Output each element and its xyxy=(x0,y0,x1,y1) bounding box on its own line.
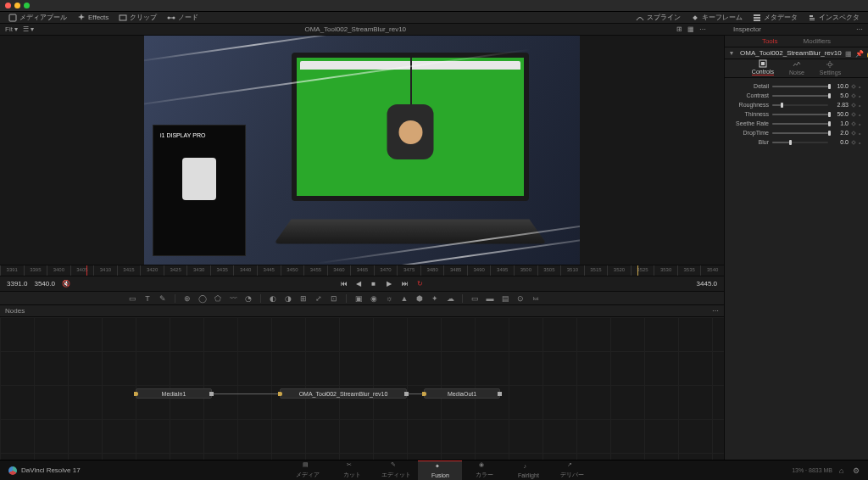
reset-icon[interactable]: • xyxy=(859,131,863,135)
fit-dropdown[interactable]: Fit ▾ xyxy=(5,25,18,33)
chevron-down-icon[interactable]: ▾ xyxy=(730,49,733,57)
page-edit[interactable]: ✎エディット xyxy=(374,460,418,480)
in-frame[interactable]: 3391.0 xyxy=(7,280,27,287)
node-input-port[interactable] xyxy=(134,392,138,396)
tab-tools[interactable]: Tools xyxy=(762,37,778,45)
param-slider[interactable] xyxy=(772,86,828,87)
keyframe-icon[interactable] xyxy=(851,84,856,89)
param-slider[interactable] xyxy=(772,104,828,106)
node-n2[interactable]: OMA_Tool002_StreamBlur_rev10 xyxy=(280,388,407,399)
node-wire[interactable] xyxy=(212,393,280,394)
page-color[interactable]: ◉カラー xyxy=(462,460,506,480)
transform-tool-icon[interactable]: ⤢ xyxy=(314,293,324,304)
playhead[interactable] xyxy=(86,265,87,276)
step-back-button[interactable]: ◀ xyxy=(356,280,364,288)
param-slider[interactable] xyxy=(772,95,828,97)
viewer-a-icon[interactable]: ⊞ xyxy=(676,25,682,33)
page-fairlight[interactable]: ♪Fairlight xyxy=(506,460,550,480)
node-pin-icon[interactable]: 📌 xyxy=(855,50,862,57)
wireless-tool-icon[interactable]: ⊙ xyxy=(515,293,526,304)
last-frame-button[interactable]: ⏭ xyxy=(402,280,410,288)
clips-toggle[interactable]: クリップ xyxy=(114,12,162,23)
keyframe-icon[interactable] xyxy=(851,93,856,98)
inspector-node-row[interactable]: ▾ OMA_Tool002_StreamBlur_rev10 ▦ 📌 🔒 xyxy=(725,47,868,59)
close-window-icon[interactable] xyxy=(5,3,11,8)
keyframe-icon[interactable] xyxy=(851,131,856,136)
audio-icon[interactable]: 🔇 xyxy=(62,280,70,287)
page-cut[interactable]: ✂カット xyxy=(330,460,374,480)
node-view-icon[interactable]: ▦ xyxy=(845,50,852,57)
tab-noise[interactable]: Noise xyxy=(789,60,804,75)
node-input-port[interactable] xyxy=(422,392,426,396)
camera-tool-icon[interactable]: ◉ xyxy=(369,293,379,304)
node-input-port[interactable] xyxy=(278,392,282,396)
viewer-options-icon[interactable]: ☰ ▾ xyxy=(23,25,34,33)
reset-icon[interactable]: • xyxy=(859,84,863,88)
particle-tool-icon[interactable]: ✦ xyxy=(430,293,440,304)
paint-tool-icon[interactable]: ✎ xyxy=(158,293,168,304)
text-tool-icon[interactable]: T xyxy=(142,293,153,304)
lut-tool-icon[interactable]: lut xyxy=(531,293,541,304)
inspector-more-icon[interactable]: ⋯ xyxy=(856,25,863,33)
loop-button[interactable]: ↻ xyxy=(417,280,426,288)
home-icon[interactable]: ⌂ xyxy=(839,466,848,475)
current-frame[interactable]: 3540.0 xyxy=(34,280,54,287)
polygon-tool-icon[interactable]: ⬠ xyxy=(213,293,223,304)
inspector-toggle[interactable]: インスペクタ xyxy=(803,12,865,23)
nodes-toggle[interactable]: ノード xyxy=(162,12,203,23)
param-value[interactable]: 5.0 xyxy=(832,92,849,98)
out-frame[interactable]: 3445.0 xyxy=(697,280,717,287)
spline-toggle[interactable]: スプライン xyxy=(631,12,686,23)
stop-button[interactable]: ■ xyxy=(371,280,380,288)
param-slider[interactable] xyxy=(772,132,828,134)
nodes-options-icon[interactable]: ⋯ xyxy=(712,307,719,315)
param-value[interactable]: 10.0 xyxy=(832,83,849,89)
node-wire[interactable] xyxy=(407,393,424,394)
viewer[interactable]: i1 DISPLAY PRO xyxy=(0,36,724,265)
saver-tool-icon[interactable]: ▬ xyxy=(485,293,495,304)
zoom-window-icon[interactable] xyxy=(24,3,30,8)
param-value[interactable]: 1.0 xyxy=(832,120,849,126)
param-slider[interactable] xyxy=(772,142,828,143)
node-output-port[interactable] xyxy=(404,392,409,396)
keyframe-icon[interactable] xyxy=(851,112,856,117)
background-tool-icon[interactable]: ▭ xyxy=(127,293,137,304)
keyframe-icon[interactable] xyxy=(851,140,856,145)
keyframe-icon[interactable] xyxy=(851,121,856,126)
tab-modifiers[interactable]: Modifiers xyxy=(804,37,831,45)
media-pool-toggle[interactable]: メディアプール xyxy=(3,12,72,23)
keyframes-toggle[interactable]: キーフレーム xyxy=(686,12,748,23)
node-n3[interactable]: MediaOut1 xyxy=(424,388,500,399)
reset-icon[interactable]: • xyxy=(859,103,863,107)
merge-tool-icon[interactable]: ⊞ xyxy=(298,293,309,304)
loader-tool-icon[interactable]: ▭ xyxy=(470,293,480,304)
viewer-more-icon[interactable]: ⋯ xyxy=(699,25,706,33)
param-value[interactable]: 2.0 xyxy=(832,130,849,136)
out-point[interactable] xyxy=(637,265,638,276)
page-deliver[interactable]: ↗デリバー xyxy=(550,460,594,480)
reset-icon[interactable]: • xyxy=(859,93,863,98)
reset-icon[interactable]: • xyxy=(859,112,863,116)
light-tool-icon[interactable]: ☼ xyxy=(384,293,394,304)
param-slider[interactable] xyxy=(772,123,828,125)
bspline-tool-icon[interactable]: 〰 xyxy=(228,293,238,304)
play-button[interactable]: ▶ xyxy=(387,280,395,288)
node-graph[interactable]: MediaIn1OMA_Tool002_StreamBlur_rev10Medi… xyxy=(0,317,724,460)
colorcorrect-tool-icon[interactable]: ◑ xyxy=(283,293,293,304)
node-output-port[interactable] xyxy=(209,392,214,396)
reset-icon[interactable]: • xyxy=(859,140,863,144)
media-tool-icon[interactable]: ▤ xyxy=(500,293,510,304)
resize-tool-icon[interactable]: ⊡ xyxy=(329,293,339,304)
tab-settings[interactable]: Settings xyxy=(820,60,841,75)
tab-controls[interactable]: Controls xyxy=(752,59,774,75)
metadata-toggle[interactable]: メタデータ xyxy=(748,12,803,23)
node-lock-icon[interactable]: 🔒 xyxy=(865,50,868,57)
keyframe-icon[interactable] xyxy=(851,103,856,108)
param-value[interactable]: 50.0 xyxy=(832,111,849,117)
mask-tool-icon[interactable]: ◯ xyxy=(198,293,208,304)
3d-tool-icon[interactable]: ▣ xyxy=(353,293,364,304)
reset-icon[interactable]: • xyxy=(859,121,863,126)
fog-tool-icon[interactable]: ☁ xyxy=(445,293,455,304)
blur-tool-icon[interactable]: ◐ xyxy=(268,293,278,304)
node-n1[interactable]: MediaIn1 xyxy=(136,388,212,399)
